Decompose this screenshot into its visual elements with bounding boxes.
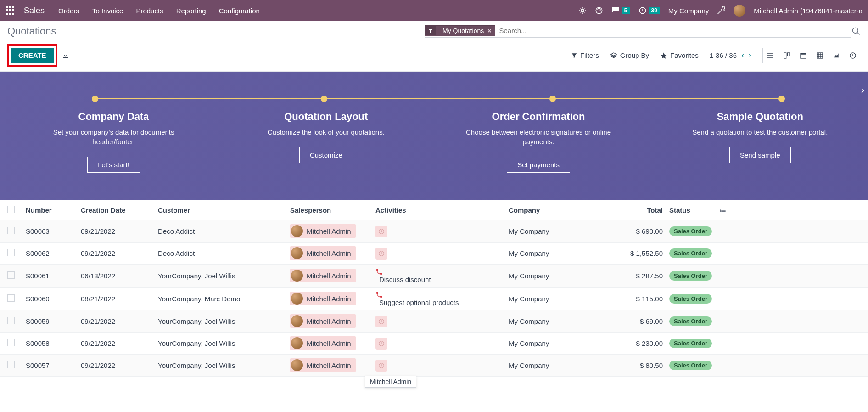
user-avatar[interactable] [734,5,745,17]
header-activities[interactable]: Activities [375,206,509,214]
brand-title[interactable]: Sales [24,6,45,16]
optional-columns-icon[interactable] [720,207,738,214]
cell-customer: YourCompany, Joel Willis [158,317,290,325]
menu-orders[interactable]: Orders [58,7,79,15]
salesperson-chip[interactable]: Mitchell Admin [290,246,356,260]
filters-label: Filters [580,51,599,59]
pager-next[interactable]: › [749,51,751,60]
row-checkbox[interactable] [7,294,15,302]
svg-point-10 [720,210,721,210]
phone-icon[interactable] [375,291,509,299]
view-calendar-icon[interactable] [795,48,811,63]
salesperson-chip[interactable]: Mitchell Admin [290,292,356,305]
cell-total: $ 1,552.50 [600,249,669,257]
download-icon[interactable] [62,52,69,59]
search-icon[interactable] [851,27,861,36]
view-graph-icon[interactable] [829,48,844,63]
clock-icon[interactable] [375,226,387,237]
table-row[interactable]: S0005709/21/2022YourCompany, Joel Willis… [0,355,868,377]
table-row[interactable]: S0006008/21/2022YourCompany, Marc DemoMi… [0,288,868,310]
filter-chip[interactable]: My Quotations × [425,25,495,36]
salesperson-name: Mitchell Admin [307,295,351,303]
header-status[interactable]: Status [669,206,720,214]
cell-company: My Company [509,272,600,280]
header-date[interactable]: Creation Date [81,206,158,214]
create-highlight: CREATE [7,44,57,67]
row-checkbox[interactable] [7,317,15,324]
banner-close-icon[interactable]: › [861,85,864,96]
header-number[interactable]: Number [26,206,81,214]
row-checkbox[interactable] [7,361,15,368]
phone-icon[interactable] [375,268,509,276]
apps-grid-icon[interactable] [6,6,15,15]
status-badge: Sales Order [669,316,712,326]
tools-icon[interactable] [717,6,725,15]
onboard-step-confirmation: Order Confirmation Choose between electr… [456,111,621,173]
row-checkbox[interactable] [7,339,15,346]
row-checkbox[interactable] [7,249,15,256]
menu-configuration[interactable]: Configuration [219,7,260,15]
cell-activities: Discuss discount [375,268,509,283]
status-badge: Sales Order [669,226,712,236]
groupby-button[interactable]: Group By [610,51,649,59]
header-company[interactable]: Company [509,206,600,214]
step-button[interactable]: Customize [299,147,353,163]
header-salesperson[interactable]: Salesperson [290,206,375,214]
clock-icon[interactable] [375,248,387,260]
avatar [291,247,303,259]
funnel-icon [425,26,436,35]
header-total[interactable]: Total [600,206,669,214]
view-list-icon[interactable] [762,48,778,63]
view-kanban-icon[interactable] [779,48,795,63]
menu-products[interactable]: Products [136,7,163,15]
company-switcher[interactable]: My Company [668,7,709,15]
cell-date: 06/13/2022 [81,272,158,280]
salesperson-chip[interactable]: Mitchell Admin [290,336,356,350]
view-pivot-icon[interactable] [812,48,828,63]
salesperson-chip[interactable]: Mitchell Admin [290,358,356,372]
pager-text[interactable]: 1-36 / 36 [710,51,737,59]
step-title: Sample Quotation [692,111,828,123]
search-input[interactable] [495,25,851,36]
filters-button[interactable]: Filters [571,51,599,59]
salesperson-name: Mitchell Admin [307,227,351,235]
clock-icon[interactable] [375,360,387,372]
messages-icon[interactable]: 5 [611,6,630,15]
filter-chip-remove[interactable]: × [487,27,491,34]
table-row[interactable]: S0006106/13/2022YourCompany, Joel Willis… [0,265,868,288]
status-badge: Sales Order [669,248,712,258]
create-button[interactable]: CREATE [11,48,54,63]
cell-company: My Company [509,227,600,235]
pager-prev[interactable]: ‹ [741,51,744,60]
step-button[interactable]: Send sample [729,147,791,163]
salesperson-chip[interactable]: Mitchell Admin [290,314,356,328]
salesperson-chip[interactable]: Mitchell Admin [290,269,356,282]
bug-icon[interactable] [578,6,587,15]
activities-icon[interactable]: 39 [638,6,660,15]
menu-to-invoice[interactable]: To Invoice [92,7,123,15]
view-activity-icon[interactable] [845,48,861,63]
user-name[interactable]: Mitchell Admin (19476841-master-a [754,7,862,15]
step-button[interactable]: Let's start! [87,157,140,173]
cell-total: $ 115.00 [600,295,669,303]
salesperson-chip[interactable]: Mitchell Admin [290,224,356,238]
salesperson-name: Mitchell Admin [307,361,351,369]
row-checkbox[interactable] [7,271,15,279]
table-row[interactable]: S0005909/21/2022YourCompany, Joel Willis… [0,310,868,333]
cell-total: $ 230.00 [600,339,669,347]
onboard-step-company: Company Data Set your company's data for… [31,111,196,173]
favorites-button[interactable]: Favorites [660,51,699,59]
table-row[interactable]: S0006209/21/2022Deco AddictMitchell Admi… [0,243,868,265]
clock-icon[interactable] [375,338,387,350]
table-row[interactable]: S0005809/21/2022YourCompany, Joel Willis… [0,333,868,355]
row-checkbox[interactable] [7,227,15,234]
step-button[interactable]: Set payments [507,157,570,173]
clock-icon[interactable] [375,316,387,327]
menu-reporting[interactable]: Reporting [176,7,206,15]
table-row[interactable]: S0006309/21/2022Deco AddictMitchell Admi… [0,220,868,243]
support-icon[interactable] [595,6,603,15]
header-customer[interactable]: Customer [158,206,290,214]
select-all-checkbox[interactable] [7,206,15,213]
activity-text: Discuss discount [379,276,431,283]
salesperson-name: Mitchell Admin [307,249,351,257]
